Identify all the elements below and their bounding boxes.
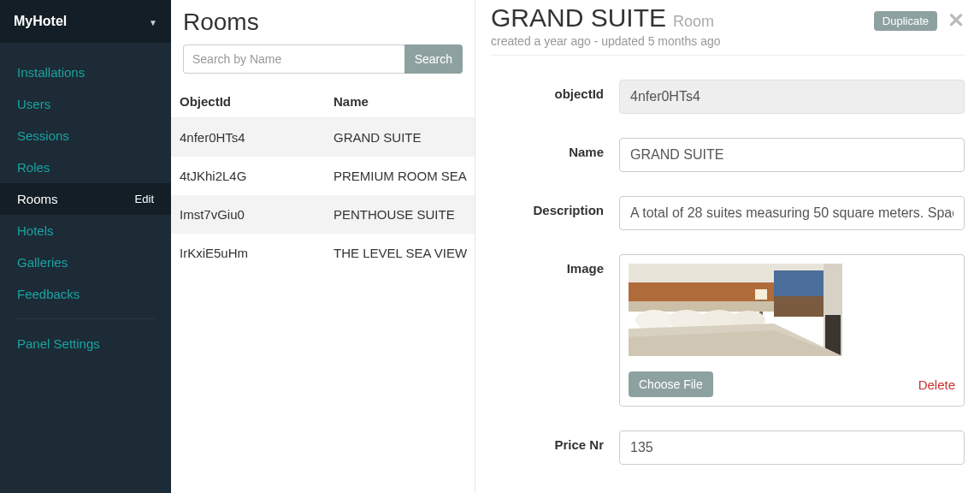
field-label: Image xyxy=(491,254,619,276)
sidebar-nav: Installations Users Sessions Roles Rooms… xyxy=(0,43,171,359)
table-row[interactable]: Imst7vGiu0 PENTHOUSE SUITE xyxy=(171,195,475,234)
detail-subtitle: created a year ago - updated 5 months ag… xyxy=(491,34,721,48)
detail-title-block: GRAND SUITE Room created a year ago - up… xyxy=(491,3,721,48)
sidebar-item-hotels[interactable]: Hotels xyxy=(0,215,171,246)
field-description: Description xyxy=(491,196,965,230)
sidebar-item-users[interactable]: Users xyxy=(0,88,171,120)
cell-name: GRAND SUITE xyxy=(325,118,475,157)
cell-name: PENTHOUSE SUITE xyxy=(325,195,475,234)
sidebar-item-label: Feedbacks xyxy=(17,287,80,301)
sidebar-item-installations[interactable]: Installations xyxy=(0,56,171,88)
search-button[interactable]: Search xyxy=(404,45,463,74)
svg-rect-6 xyxy=(755,289,767,300)
field-label: objectId xyxy=(491,80,619,101)
sidebar-item-galleries[interactable]: Galleries xyxy=(0,246,171,278)
column-header-name[interactable]: Name xyxy=(325,86,475,118)
svg-rect-3 xyxy=(774,296,824,317)
table-row[interactable]: 4tJKhi2L4G PREMIUM ROOM SEA xyxy=(171,157,475,195)
name-input[interactable] xyxy=(619,138,965,172)
close-icon[interactable]: ✕ xyxy=(948,10,965,31)
sidebar-item-label: Roles xyxy=(17,160,50,175)
choose-file-button[interactable]: Choose File xyxy=(629,371,713,397)
room-image xyxy=(629,264,842,356)
sidebar-item-label: Installations xyxy=(17,65,85,80)
sidebar-item-panel-settings[interactable]: Panel Settings xyxy=(0,328,171,359)
sidebar-item-label: Panel Settings xyxy=(17,336,100,351)
sidebar-item-sessions[interactable]: Sessions xyxy=(0,120,171,151)
detail-panel: GRAND SUITE Room created a year ago - up… xyxy=(475,0,980,493)
cell-objectid: 4tJKhi2L4G xyxy=(171,157,325,195)
table-row[interactable]: 4nfer0HTs4 GRAND SUITE xyxy=(171,118,475,157)
cell-objectid: Imst7vGiu0 xyxy=(171,195,325,234)
sidebar-item-roles[interactable]: Roles xyxy=(0,151,171,183)
page-title: Rooms xyxy=(183,9,463,36)
field-price-nr: Price Nr xyxy=(491,431,965,465)
field-label: Price Nr xyxy=(491,431,619,452)
table-row[interactable]: IrKxiE5uHm THE LEVEL SEA VIEW xyxy=(171,234,475,272)
search-input[interactable] xyxy=(183,45,404,74)
image-actions: Choose File Delete xyxy=(629,371,955,397)
caret-down-icon: ▼ xyxy=(149,18,157,27)
detail-title: GRAND SUITE xyxy=(491,3,666,33)
sidebar-item-edit[interactable]: Edit xyxy=(135,193,154,205)
detail-header: GRAND SUITE Room created a year ago - up… xyxy=(491,3,965,56)
field-objectid: objectId xyxy=(491,80,965,114)
cell-name: PREMIUM ROOM SEA xyxy=(325,157,475,195)
price-nr-input[interactable] xyxy=(619,431,965,465)
sidebar-item-rooms[interactable]: Rooms Edit xyxy=(0,183,171,215)
objectid-input xyxy=(619,80,965,114)
cell-objectid: IrKxiE5uHm xyxy=(171,234,325,272)
description-input[interactable] xyxy=(619,196,965,230)
search-row: Search xyxy=(183,45,463,74)
brand-dropdown[interactable]: MyHotel ▼ xyxy=(0,0,171,43)
field-label: Description xyxy=(491,196,619,217)
sidebar-item-label: Hotels xyxy=(17,223,54,238)
cell-objectid: 4nfer0HTs4 xyxy=(171,118,325,157)
cell-name: THE LEVEL SEA VIEW xyxy=(325,234,475,272)
svg-rect-1 xyxy=(629,282,774,301)
detail-type: Room xyxy=(673,13,714,31)
sidebar: MyHotel ▼ Installations Users Sessions R… xyxy=(0,0,171,493)
field-label: Name xyxy=(491,138,619,159)
list-panel: Rooms Search ObjectId Name 4nfer0HTs4 GR… xyxy=(171,0,475,493)
column-header-objectid[interactable]: ObjectId xyxy=(171,86,325,118)
rooms-table: ObjectId Name 4nfer0HTs4 GRAND SUITE 4tJ… xyxy=(171,86,475,272)
sidebar-item-label: Galleries xyxy=(17,255,68,270)
nav-divider xyxy=(17,318,154,319)
detail-actions: Duplicate ✕ xyxy=(874,3,965,31)
field-image: Image xyxy=(491,254,965,407)
brand-name: MyHotel xyxy=(14,14,67,29)
sidebar-item-label: Sessions xyxy=(17,128,69,143)
image-box: Choose File Delete xyxy=(619,254,965,407)
list-header: Rooms Search xyxy=(171,0,475,86)
sidebar-item-feedbacks[interactable]: Feedbacks xyxy=(0,278,171,310)
sidebar-item-label: Rooms xyxy=(17,192,58,206)
field-name: Name xyxy=(491,138,965,172)
delete-image-link[interactable]: Delete xyxy=(918,377,955,392)
duplicate-button[interactable]: Duplicate xyxy=(874,11,937,31)
sidebar-item-label: Users xyxy=(17,97,50,111)
svg-rect-8 xyxy=(629,301,774,312)
